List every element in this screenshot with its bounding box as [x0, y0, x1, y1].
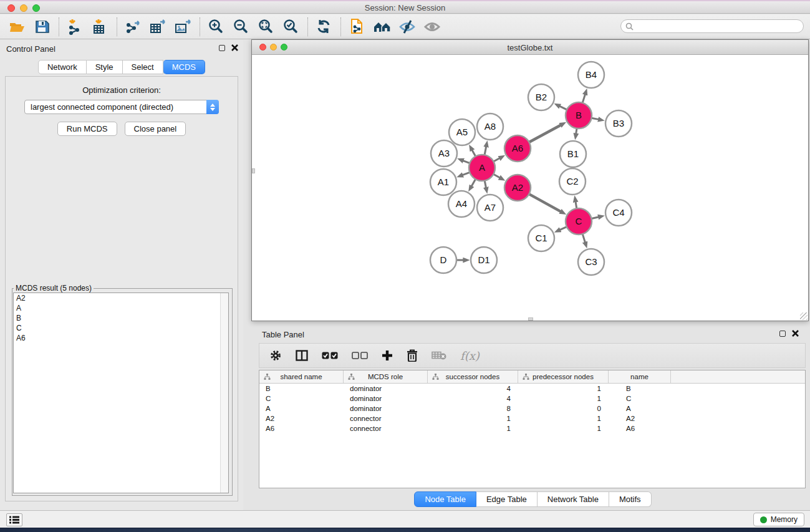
table-cell[interactable]: A2 [259, 415, 344, 422]
edge-A-A4[interactable] [471, 179, 476, 186]
table-cell[interactable]: A6 [609, 425, 671, 432]
edge-B-B1[interactable] [576, 128, 577, 135]
function-builder-icon[interactable]: f(x) [460, 346, 480, 365]
edge-A2-C[interactable] [529, 194, 561, 212]
save-session-icon[interactable] [30, 17, 55, 37]
search-box[interactable] [620, 19, 804, 33]
resize-handle-left[interactable] [252, 168, 255, 173]
edge-A-A2[interactable] [493, 174, 500, 178]
node-A6[interactable]: A6 [504, 135, 531, 162]
close-table-panel-icon[interactable] [792, 330, 799, 337]
new-network-from-file-icon[interactable] [345, 17, 370, 37]
edge-A-A8[interactable] [485, 146, 486, 155]
edge-A-A3[interactable] [463, 160, 470, 163]
tab-node-table[interactable]: Node Table [414, 491, 476, 507]
tab-edge-table[interactable]: Edge Table [476, 491, 538, 507]
node-A4[interactable]: A4 [448, 191, 475, 217]
table-cell[interactable]: C [609, 395, 671, 402]
tab-select[interactable]: Select [123, 60, 163, 74]
export-image-icon[interactable] [171, 17, 196, 37]
table-row[interactable]: Adominator80A [259, 404, 805, 414]
tab-mcds[interactable]: MCDS [163, 60, 205, 74]
table-cell[interactable]: dominator [344, 405, 428, 412]
table-cell[interactable]: A2 [609, 415, 671, 422]
table-row[interactable]: A2connector11A2 [259, 414, 805, 423]
column-header-predecessor-nodes[interactable]: predecessor nodes [518, 370, 609, 383]
result-list-item[interactable]: A2 [14, 293, 228, 303]
table-cell[interactable]: 4 [428, 395, 518, 402]
node-A2[interactable]: A2 [504, 175, 531, 201]
table-cell[interactable]: A [609, 405, 671, 412]
node-A1[interactable]: A1 [430, 169, 456, 195]
hide-selected-icon[interactable] [395, 17, 420, 37]
tab-motifs[interactable]: Motifs [609, 491, 652, 507]
edge-A-A1[interactable] [462, 172, 470, 175]
edge-A-A6[interactable] [493, 158, 500, 162]
refresh-icon[interactable] [312, 17, 337, 37]
node-A3[interactable]: A3 [431, 140, 457, 167]
network-canvas[interactable]: B4B2BB3B1A5A8A6A3AA1A4A7A2C2CC4C1C3DD1 [252, 55, 808, 321]
add-column-icon[interactable] [382, 346, 393, 365]
network-window-titlebar[interactable]: testGlobe.txt [252, 40, 808, 55]
edge-B-B4[interactable] [582, 94, 585, 103]
task-history-button[interactable] [6, 513, 22, 526]
delete-table-icon[interactable] [432, 346, 446, 365]
node-B[interactable]: B [566, 102, 592, 128]
node-A7[interactable]: A7 [477, 195, 503, 221]
table-cell[interactable]: C [259, 395, 344, 402]
node-C4[interactable]: C4 [605, 200, 632, 226]
table-cell[interactable]: B [609, 385, 671, 392]
tab-style[interactable]: Style [87, 60, 123, 74]
table-cell[interactable]: 1 [428, 415, 518, 422]
edge-A6-B[interactable] [529, 125, 561, 142]
table-cell[interactable]: B [259, 385, 344, 392]
toggle-panes-icon[interactable] [296, 346, 308, 365]
table-cell[interactable]: A [259, 405, 344, 412]
table-cell[interactable]: 1 [428, 425, 518, 432]
edge-C-C3[interactable] [582, 234, 585, 243]
run-mcds-button[interactable]: Run MCDS [57, 122, 117, 136]
resize-handle-bottom[interactable] [528, 317, 533, 321]
edge-A-A5[interactable] [472, 150, 476, 157]
node-A[interactable]: A [469, 155, 495, 181]
zoom-out-icon[interactable] [229, 17, 254, 37]
tab-network[interactable]: Network [38, 60, 87, 74]
node-B2[interactable]: B2 [528, 84, 554, 110]
node-A8[interactable]: A8 [477, 114, 503, 140]
criterion-dropdown[interactable]: largest connected component (directed) [24, 100, 219, 114]
deselect-all-checkboxes-icon[interactable] [352, 346, 368, 365]
table-cell[interactable]: A6 [259, 425, 344, 432]
table-options-icon[interactable] [269, 346, 282, 365]
zoom-fit-icon[interactable] [254, 17, 279, 37]
export-table-icon[interactable] [146, 17, 171, 37]
result-list-item[interactable]: A6 [14, 333, 228, 343]
table-row[interactable]: Cdominator41C [259, 394, 805, 404]
table-cell[interactable]: dominator [344, 395, 428, 402]
result-list-item[interactable]: A [14, 303, 228, 313]
table-cell[interactable]: 0 [518, 405, 609, 412]
tab-network-table[interactable]: Network Table [538, 491, 609, 507]
node-D1[interactable]: D1 [471, 247, 497, 273]
node-table[interactable]: shared nameMCDS rolesuccessor nodesprede… [259, 370, 806, 488]
edge-C-C1[interactable] [559, 227, 567, 230]
column-header-name[interactable]: name [609, 370, 671, 383]
node-C2[interactable]: C2 [559, 168, 586, 195]
edge-C-C2[interactable] [576, 201, 577, 209]
edge-C-C4[interactable] [592, 217, 599, 219]
float-table-panel-icon[interactable] [779, 331, 786, 337]
node-C[interactable]: C [566, 208, 592, 235]
edge-B-B2[interactable] [559, 106, 567, 110]
node-B4[interactable]: B4 [578, 62, 604, 88]
node-C1[interactable]: C1 [528, 225, 554, 251]
import-table-icon[interactable] [88, 17, 113, 37]
table-cell[interactable]: connector [344, 425, 428, 432]
float-panel-icon[interactable] [219, 45, 225, 51]
table-cell[interactable]: connector [344, 415, 428, 422]
close-panel-icon[interactable] [231, 44, 238, 51]
delete-column-icon[interactable] [407, 346, 418, 365]
mcds-result-list[interactable]: A2ABCA6 [13, 293, 229, 493]
resize-grip[interactable] [800, 312, 808, 320]
list-scrollbar[interactable] [220, 293, 228, 493]
show-all-icon[interactable] [420, 17, 445, 37]
table-cell[interactable]: 4 [428, 385, 518, 392]
